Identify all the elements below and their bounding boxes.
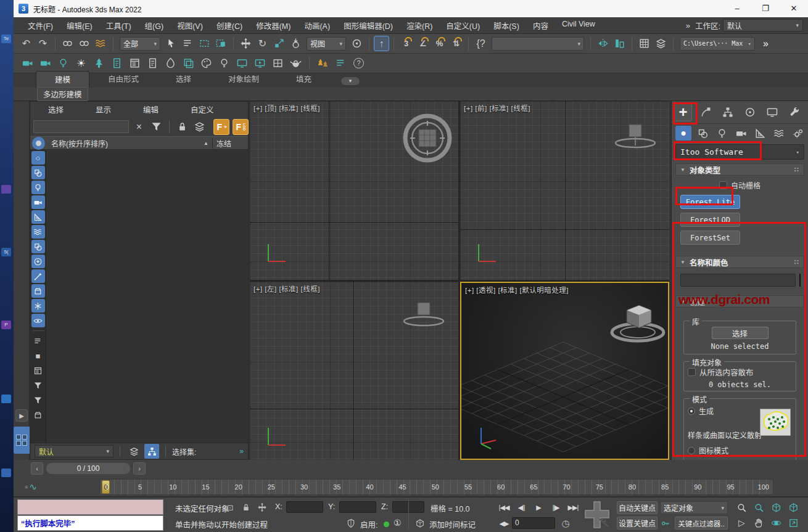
menu-item[interactable]: 脚本(S) [487, 20, 526, 31]
ribbon-subtab[interactable]: 多边形建模 [37, 87, 88, 101]
viewport-top-label[interactable]: [+] [顶] [标准] [线框] [254, 103, 320, 113]
explorer-menu-item[interactable]: 自定义 [183, 104, 222, 115]
forest-icon-left-object[interactable] [399, 298, 448, 335]
viewport-layout-icon[interactable] [270, 55, 286, 71]
display-geometry-icon[interactable]: ○ [31, 151, 45, 165]
orbit-icon[interactable] [769, 516, 784, 530]
mini-curve-editor-icon[interactable]: ≡∿ [19, 480, 43, 494]
filter-icon[interactable] [31, 393, 45, 407]
object-color-swatch[interactable] [799, 274, 801, 287]
display-xrefs-icon[interactable] [31, 255, 45, 268]
menu-item[interactable]: 工具(T) [99, 20, 138, 31]
desktop-icon[interactable] [1, 469, 11, 477]
go-to-end-icon[interactable]: ▶▶| [565, 501, 581, 514]
utilities-tab-icon[interactable] [785, 104, 803, 121]
frame-counter[interactable]: 0 / 100 [46, 462, 131, 475]
forest-lite-button[interactable]: Forest Lite [680, 195, 740, 209]
selection-lock-toggle-icon[interactable] [239, 501, 253, 514]
menu-item[interactable]: 编辑(E) [60, 20, 99, 31]
angle-snap-icon[interactable]: ∠ [415, 36, 431, 51]
ribbon-tab-自由形式[interactable]: 自由形式 [89, 71, 157, 88]
forest-p-badge-icon[interactable]: FP [213, 119, 229, 135]
menu-item[interactable]: 自定义(U) [439, 20, 487, 31]
expand-dock-icon[interactable]: ▶ [15, 409, 28, 422]
rollout-object-type-header[interactable]: ▼ 对象类型 ∷ [675, 163, 804, 176]
layer-manager-icon[interactable] [653, 36, 669, 51]
helpers-category-icon[interactable] [752, 126, 768, 141]
object-name-input[interactable] [680, 274, 796, 287]
select-and-place-icon[interactable] [288, 36, 303, 51]
rollout-creation-header[interactable]: ▼ 创建 www.dgrai.com [675, 295, 804, 308]
maxscript-mini-listener-pink[interactable] [17, 499, 163, 515]
search-input[interactable] [33, 120, 129, 133]
x-coordinate-field[interactable] [286, 501, 323, 513]
explorer-list[interactable]: ○■ [30, 150, 248, 443]
help-icon[interactable]: ? [351, 55, 366, 71]
undo-icon[interactable]: ↶ [19, 36, 34, 51]
display-spacewarps-icon[interactable] [31, 225, 45, 239]
clear-search-icon[interactable]: × [131, 119, 147, 134]
explorer-menu-item[interactable]: 选择 [40, 104, 72, 115]
use-pivot-center-icon[interactable] [349, 36, 365, 51]
window-crossing-icon[interactable] [213, 36, 229, 51]
prev-frame-button[interactable]: ‹ [31, 462, 43, 475]
ribbon-tab-填充[interactable]: 填充 [278, 71, 330, 88]
explorer-menu-item[interactable]: 编辑 [135, 104, 167, 115]
select-object-icon[interactable] [163, 36, 179, 51]
go-to-start-icon[interactable]: |◀◀ [496, 501, 512, 514]
mirror-icon[interactable] [595, 36, 611, 51]
select-and-scale-icon[interactable] [271, 36, 287, 51]
frozen-column-header[interactable]: 冻结 [212, 138, 248, 149]
workspace-dropdown[interactable]: 默认▾ [723, 19, 803, 31]
forest-lod-badge-icon[interactable]: FLOD [233, 119, 249, 135]
render-tree-icon[interactable] [145, 55, 160, 71]
viewport-front[interactable]: [+] [前] [标准] [线框] [460, 101, 669, 280]
display-groups-icon[interactable] [31, 240, 45, 253]
forest-icon-front-object[interactable] [611, 120, 660, 157]
ribbon-minimize-icon[interactable]: ▼ [341, 77, 360, 85]
menu-item[interactable]: 创建(C) [210, 20, 249, 31]
viewport-perspective[interactable]: [+] [透视] [标准] [默认明暗处理] [460, 282, 669, 460]
forest-list-icon[interactable] [333, 55, 348, 71]
display-helpers-icon[interactable] [31, 210, 45, 224]
next-frame-button[interactable]: › [133, 462, 146, 475]
isolate-selection-icon[interactable]: ⊡ [223, 501, 237, 514]
geometry-category-icon[interactable]: ● [675, 126, 691, 141]
key-pose-icon[interactable] [659, 517, 672, 530]
display-hidden-icon[interactable] [31, 314, 45, 327]
select-and-link-icon[interactable] [60, 36, 75, 51]
time-tag-icon[interactable] [413, 517, 427, 530]
scene-explorer-toggle-icon[interactable] [637, 36, 652, 51]
explorer-menu-item[interactable]: 显示 [88, 104, 119, 115]
zoom-all-icon[interactable] [751, 501, 767, 514]
display-properties-icon[interactable] [31, 364, 45, 377]
maximize-button[interactable]: ❐ [751, 0, 780, 17]
category-dropdown[interactable]: Itoo Software▾ [675, 144, 804, 160]
set-keys-button[interactable] [581, 501, 613, 529]
menu-item[interactable]: 视图(V) [170, 20, 210, 31]
light-icon[interactable] [56, 55, 71, 71]
create-tab-icon[interactable]: + [674, 104, 692, 121]
shapes-category-icon[interactable] [695, 126, 711, 141]
animation-preview-icon[interactable] [252, 55, 268, 71]
rectangular-selection-region-icon[interactable] [197, 36, 212, 51]
viewport-left-label[interactable]: [+] [左] [标准] [线框] [254, 284, 320, 293]
scatter-from-selection-checkbox[interactable] [688, 368, 696, 376]
forest-lod-button[interactable]: ForestLOD [680, 213, 740, 227]
maxscript-mini-listener-white[interactable]: “执行脚本完毕” [17, 515, 163, 531]
key-filters-button[interactable]: 关键点过滤器.. [675, 517, 728, 530]
previous-frame-icon[interactable]: ◀|| [513, 501, 529, 514]
time-configuration-icon[interactable]: ◷ [559, 517, 572, 530]
footer-overflow-icon[interactable]: » [239, 447, 244, 456]
desktop-icon[interactable]: 5( [1, 248, 11, 256]
redo-icon[interactable]: ↷ [35, 36, 51, 51]
y-coordinate-field[interactable] [339, 501, 376, 513]
viewport-perspective-label[interactable]: [+] [透视] [标准] [默认明暗处理] [465, 285, 569, 295]
lights-category-icon[interactable] [714, 126, 730, 141]
named-selection-dropdown[interactable]: ▾ [492, 37, 584, 51]
select-and-move-icon[interactable] [238, 36, 254, 51]
snap-toggle-3d-icon[interactable]: 3 [398, 36, 414, 51]
filter-settings-icon[interactable] [31, 379, 45, 392]
auto-key-button[interactable]: 自动关键点 [617, 501, 658, 514]
cameras-category-icon[interactable] [733, 126, 749, 141]
